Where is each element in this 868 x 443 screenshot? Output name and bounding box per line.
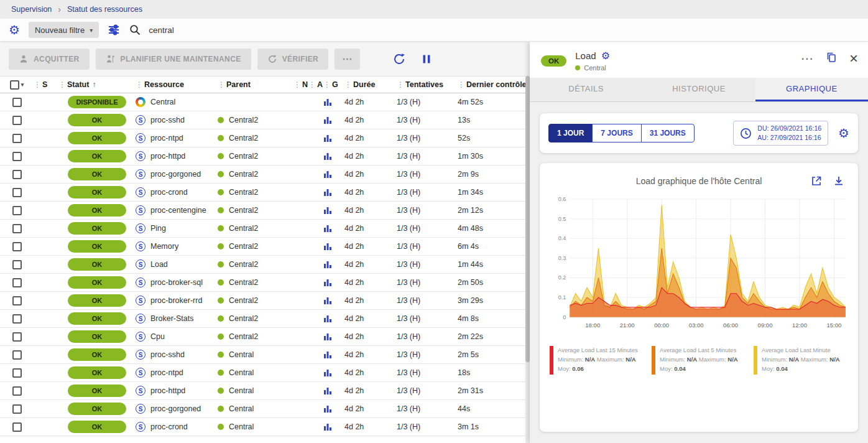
resource-name[interactable]: Ping xyxy=(150,224,166,233)
parent-name[interactable]: Central2 xyxy=(229,242,258,251)
table-row[interactable]: OK SLoad Central2 4d 2h 1/3 (H) 1m 44s xyxy=(0,256,530,274)
graph-icon[interactable] xyxy=(323,368,344,377)
resource-name[interactable]: proc-centengine xyxy=(150,206,206,215)
column-header-tries[interactable]: ⋮Tentatives xyxy=(397,80,458,89)
check-button[interactable]: VÉRIFIER xyxy=(257,49,329,70)
open-in-new-icon[interactable] xyxy=(811,175,822,187)
table-row[interactable]: OK Sproc-gorgoned Central2 4d 2h 1/3 (H)… xyxy=(0,166,530,184)
row-checkbox[interactable] xyxy=(12,224,22,233)
graph-icon[interactable] xyxy=(323,170,344,179)
select-all-checkbox[interactable] xyxy=(10,80,19,90)
row-checkbox[interactable] xyxy=(12,116,22,125)
table-row[interactable]: OK Sproc-gorgoned Central 4d 2h 1/3 (H) … xyxy=(0,400,530,418)
acknowledge-button[interactable]: ACQUITTER xyxy=(9,49,90,70)
parent-name[interactable]: Central2 xyxy=(229,206,258,215)
graph-icon[interactable] xyxy=(323,260,344,269)
parent-name[interactable]: Central xyxy=(229,404,254,413)
search-input[interactable] xyxy=(149,26,459,35)
drag-handle-icon[interactable]: ⋮ xyxy=(218,80,225,89)
select-all-caret-icon[interactable]: ▾ xyxy=(21,82,24,88)
date-range-picker[interactable]: DU: 26/09/2021 16:16 AU: 27/09/2021 16:1… xyxy=(733,121,828,146)
parent-name[interactable]: Central xyxy=(229,422,254,431)
parent-name[interactable]: Central xyxy=(229,350,254,359)
download-icon[interactable] xyxy=(833,175,844,187)
resource-name[interactable]: proc-gorgoned xyxy=(150,404,201,413)
resource-name[interactable]: proc-gorgoned xyxy=(150,170,201,179)
graph-icon[interactable] xyxy=(323,134,344,142)
row-checkbox[interactable] xyxy=(12,188,22,197)
graph-icon[interactable] xyxy=(323,188,344,197)
pause-icon[interactable] xyxy=(416,49,437,70)
filter-select[interactable]: Nouveau filtre ▾ xyxy=(29,22,99,38)
resource-name[interactable]: Broker-Stats xyxy=(150,314,193,323)
graph-settings-gear-icon[interactable]: ⚙ xyxy=(838,127,849,139)
copy-link-icon[interactable] xyxy=(826,52,837,65)
parent-name[interactable]: Central2 xyxy=(229,224,258,233)
drag-handle-icon[interactable]: ⋮ xyxy=(308,80,316,89)
drag-handle-icon[interactable]: ⋮ xyxy=(397,80,404,89)
graph-icon[interactable] xyxy=(323,152,344,161)
drag-handle-icon[interactable]: ⋮ xyxy=(458,80,465,89)
scrollbar-thumb[interactable] xyxy=(525,76,530,362)
row-checkbox[interactable] xyxy=(12,350,22,360)
resource-name[interactable]: proc-httpd xyxy=(150,386,185,395)
row-checkbox[interactable] xyxy=(12,314,22,324)
column-header-resource[interactable]: ⋮Ressource xyxy=(136,80,218,89)
set-maintenance-button[interactable]: PLANIFIER UNE MAINTENANCE xyxy=(96,49,251,70)
row-checkbox[interactable] xyxy=(12,134,22,143)
drag-handle-icon[interactable]: ⋮ xyxy=(34,80,41,89)
parent-name[interactable]: Central xyxy=(229,368,254,377)
tab-graphique[interactable]: GRAPHIQUE xyxy=(755,78,868,101)
table-row[interactable]: OK Sproc-ntpd Central 4d 2h 1/3 (H) 18s xyxy=(0,364,530,382)
table-row[interactable]: OK Sproc-broker-sql Central2 4d 2h 1/3 (… xyxy=(0,274,530,292)
refresh-icon[interactable] xyxy=(389,49,410,70)
table-row[interactable]: OK Sproc-httpd Central 4d 2h 1/3 (H) 2m … xyxy=(0,382,530,400)
table-row[interactable]: OK SCpu Central2 4d 2h 1/3 (H) 2m 22s xyxy=(0,328,530,346)
resource-name[interactable]: proc-ntpd xyxy=(150,134,183,142)
row-checkbox[interactable] xyxy=(12,98,22,107)
row-checkbox[interactable] xyxy=(12,278,22,287)
panel-parent-name[interactable]: Central xyxy=(584,64,606,72)
graph-icon[interactable] xyxy=(323,116,344,124)
graph-icon[interactable] xyxy=(323,278,344,287)
column-header-duration[interactable]: ⋮Durée xyxy=(344,80,397,89)
parent-name[interactable]: Central2 xyxy=(229,134,258,142)
breadcrumb-item-supervision[interactable]: Supervision xyxy=(11,5,52,14)
breadcrumb-item-page[interactable]: Statut des ressources xyxy=(67,5,142,14)
graph-icon[interactable] xyxy=(323,206,344,215)
resource-settings-gear-icon[interactable]: ⚙ xyxy=(601,51,610,61)
panel-more-icon[interactable]: ⋯ xyxy=(801,52,813,65)
graph-icon[interactable] xyxy=(323,422,344,431)
row-checkbox[interactable] xyxy=(12,206,22,215)
graph-icon[interactable] xyxy=(323,242,344,251)
column-header-status[interactable]: ⋮Statut↑ xyxy=(58,80,136,89)
resource-name[interactable]: proc-broker-sql xyxy=(150,278,203,287)
tune-filter-icon[interactable] xyxy=(108,24,120,36)
drag-handle-icon[interactable]: ⋮ xyxy=(344,80,352,89)
legend-item[interactable]: Average Load Last 15 MinutesMinimum: N/A… xyxy=(550,346,644,375)
parent-name[interactable]: Central2 xyxy=(229,296,258,305)
parent-name[interactable]: Central2 xyxy=(229,278,258,287)
resource-name[interactable]: proc-sshd xyxy=(150,116,185,124)
more-actions-button[interactable]: ⋯ xyxy=(335,49,359,70)
table-row[interactable]: OK Sproc-broker-rrd Central2 4d 2h 1/3 (… xyxy=(0,292,530,310)
graph-icon[interactable] xyxy=(323,332,344,341)
resource-name[interactable]: Central xyxy=(150,98,175,106)
graph-icon[interactable] xyxy=(323,98,344,106)
parent-name[interactable]: Central2 xyxy=(229,314,258,323)
vertical-scrollbar[interactable] xyxy=(525,76,530,443)
table-row[interactable]: OK Sproc-sshd Central 4d 2h 1/3 (H) 2m 5… xyxy=(0,346,530,364)
resource-name[interactable]: Cpu xyxy=(150,332,165,341)
graph-icon[interactable] xyxy=(323,350,344,359)
row-checkbox[interactable] xyxy=(12,368,22,378)
column-header-severity[interactable]: ⋮S xyxy=(34,80,58,89)
graph-icon[interactable] xyxy=(323,314,344,323)
table-row[interactable]: DISPONIBLE Central 4d 2h 1/3 (H) 4m 52s xyxy=(0,93,530,111)
table-row[interactable]: OK SBroker-Stats Central2 4d 2h 1/3 (H) … xyxy=(0,310,530,328)
drag-handle-icon[interactable]: ⋮ xyxy=(323,80,331,89)
table-row[interactable]: OK SMemory Central2 4d 2h 1/3 (H) 6m 4s xyxy=(0,238,530,256)
column-header-parent[interactable]: ⋮Parent xyxy=(218,80,293,89)
tab-details[interactable]: DÉTAILS xyxy=(530,78,642,101)
parent-name[interactable]: Central2 xyxy=(229,188,258,197)
graph-icon[interactable] xyxy=(323,296,344,305)
